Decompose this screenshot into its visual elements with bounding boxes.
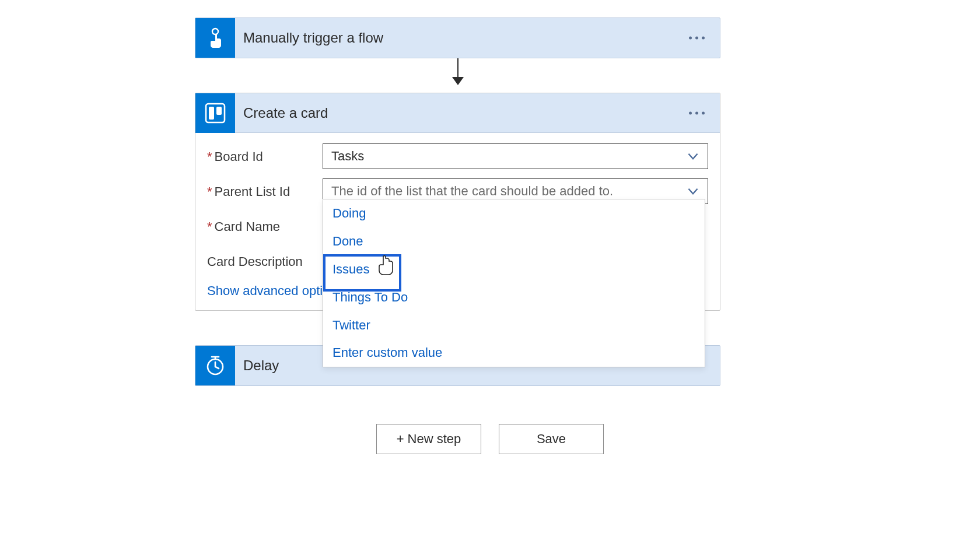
svg-rect-2: [209, 107, 214, 120]
svg-rect-3: [216, 107, 222, 115]
card-description-label: Card Description: [207, 248, 323, 269]
dropdown-item[interactable]: Things To Do: [323, 283, 705, 311]
parent-list-id-placeholder: The id of the list that the card should …: [331, 184, 613, 199]
new-step-button[interactable]: + New step: [376, 424, 481, 454]
dropdown-item[interactable]: Doing: [323, 199, 705, 227]
create-card-header[interactable]: Create a card: [195, 93, 720, 133]
card-name-label: *Card Name: [207, 213, 323, 234]
chevron-down-icon: [685, 149, 701, 164]
svg-point-0: [212, 29, 218, 34]
footer-buttons: + New step Save: [0, 424, 980, 454]
parent-list-dropdown[interactable]: DoingDoneIssuesThings To DoTwitterEnter …: [323, 199, 705, 367]
trigger-step[interactable]: Manually trigger a flow: [195, 17, 720, 58]
trigger-title: Manually trigger a flow: [235, 30, 383, 46]
manual-trigger-icon: [195, 18, 235, 58]
field-board-id: *Board Id Tasks: [207, 143, 708, 169]
trigger-more-button[interactable]: [684, 32, 709, 44]
create-card-title: Create a card: [235, 105, 328, 121]
svg-rect-1: [206, 104, 225, 122]
board-id-value: Tasks: [331, 149, 364, 164]
parent-list-id-label: *Parent List Id: [207, 178, 323, 199]
board-id-label: *Board Id: [207, 143, 323, 164]
connector-arrow: [457, 58, 459, 84]
clock-icon: [195, 346, 235, 385]
dropdown-item[interactable]: Done: [323, 227, 705, 255]
dropdown-item[interactable]: Enter custom value: [323, 339, 705, 367]
dropdown-item[interactable]: Issues: [323, 255, 705, 283]
delay-title: Delay: [235, 357, 279, 374]
chevron-down-icon: [685, 184, 701, 199]
trello-icon: [195, 93, 235, 133]
trigger-header[interactable]: Manually trigger a flow: [195, 18, 720, 58]
board-id-select[interactable]: Tasks: [323, 143, 708, 169]
save-button[interactable]: Save: [499, 424, 604, 454]
dropdown-item[interactable]: Twitter: [323, 311, 705, 339]
create-card-more-button[interactable]: [684, 107, 709, 119]
